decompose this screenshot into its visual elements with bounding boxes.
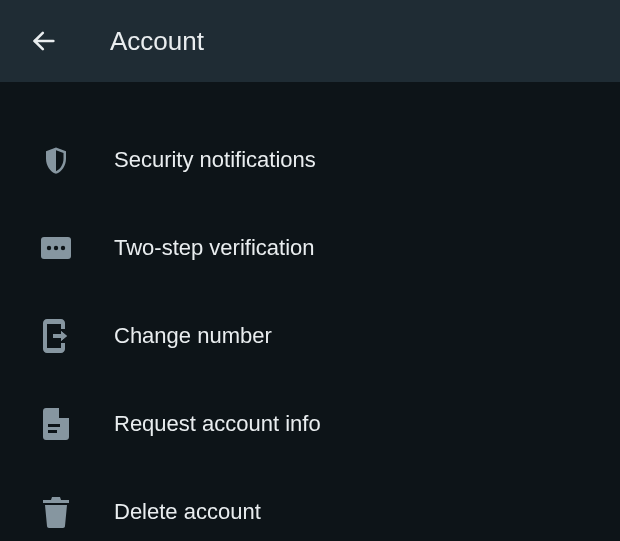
shield-icon bbox=[38, 142, 74, 178]
svg-point-3 bbox=[54, 246, 58, 250]
menu-item-label: Delete account bbox=[114, 499, 261, 525]
menu-item-change-number[interactable]: Change number bbox=[0, 292, 620, 380]
back-button[interactable] bbox=[24, 21, 64, 61]
back-arrow-icon bbox=[30, 27, 58, 55]
header: Account bbox=[0, 0, 620, 82]
menu-item-two-step-verification[interactable]: Two-step verification bbox=[0, 204, 620, 292]
menu-list: Security notifications Two-step verifica… bbox=[0, 82, 620, 541]
svg-rect-6 bbox=[48, 430, 57, 433]
page-title: Account bbox=[110, 26, 204, 57]
menu-item-label: Change number bbox=[114, 323, 272, 349]
trash-icon bbox=[38, 494, 74, 530]
dots-box-icon bbox=[38, 230, 74, 266]
menu-item-label: Security notifications bbox=[114, 147, 316, 173]
menu-item-label: Request account info bbox=[114, 411, 321, 437]
phone-arrow-icon bbox=[38, 318, 74, 354]
svg-point-4 bbox=[61, 246, 65, 250]
menu-item-label: Two-step verification bbox=[114, 235, 315, 261]
menu-item-delete-account[interactable]: Delete account bbox=[0, 468, 620, 541]
document-icon bbox=[38, 406, 74, 442]
menu-item-request-account-info[interactable]: Request account info bbox=[0, 380, 620, 468]
svg-point-2 bbox=[47, 246, 51, 250]
svg-rect-5 bbox=[48, 424, 60, 427]
menu-item-security-notifications[interactable]: Security notifications bbox=[0, 116, 620, 204]
